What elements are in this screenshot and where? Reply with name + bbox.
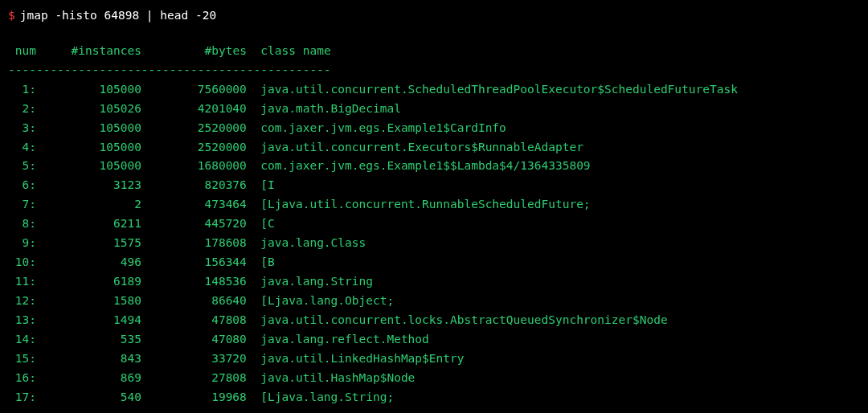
- table-row: 1: 105000 7560000 java.util.concurrent.S…: [8, 80, 860, 100]
- cell-class-name: java.util.concurrent.locks.AbstractQueue…: [247, 313, 668, 326]
- table-row: 5: 105000 1680000 com.jaxer.jvm.egs.Exam…: [8, 157, 860, 176]
- prompt-symbol: $: [8, 9, 15, 22]
- table-row: 15: 843 33720 java.util.LinkedHashMap$En…: [8, 350, 860, 369]
- cell-instances: 105000: [36, 159, 141, 172]
- cell-instances: 2: [36, 198, 141, 211]
- table-row: 14: 535 47080 java.lang.reflect.Method: [8, 330, 860, 350]
- cell-num: 12:: [8, 294, 36, 307]
- cell-instances: 843: [36, 352, 141, 365]
- cell-class-name: java.lang.Class: [247, 236, 366, 249]
- cell-instances: 105000: [36, 121, 141, 134]
- cell-bytes: 2520000: [141, 121, 247, 134]
- header-num: num: [15, 44, 36, 57]
- table-row: 12: 1580 86640 [Ljava.lang.Object;: [8, 292, 860, 311]
- cell-instances: 105026: [36, 102, 141, 115]
- table-row: 3: 105000 2520000 com.jaxer.jvm.egs.Exam…: [8, 119, 860, 138]
- cell-class-name: java.util.concurrent.ScheduledThreadPool…: [247, 83, 738, 96]
- cell-bytes: 27808: [141, 371, 247, 384]
- header-class-name: class name: [260, 44, 330, 57]
- cell-num: 7:: [8, 198, 36, 211]
- cell-bytes: 473464: [141, 198, 247, 211]
- cell-num: 8:: [8, 217, 36, 230]
- cell-bytes: 156344: [141, 256, 247, 268]
- table-row: 10: 496 156344 [B: [8, 253, 860, 272]
- cell-bytes: 19968: [141, 391, 247, 403]
- cell-bytes: 178608: [141, 236, 247, 249]
- cell-instances: 105000: [36, 83, 141, 96]
- command-line[interactable]: $jmap -histo 64898 | head -20: [8, 6, 860, 26]
- cell-bytes: 445720: [141, 217, 247, 230]
- cell-num: 10:: [8, 256, 36, 268]
- command-text: jmap -histo 64898 | head -20: [20, 9, 216, 22]
- cell-bytes: 148536: [141, 275, 247, 288]
- table-row: 2: 105026 4201040 java.math.BigDecimal: [8, 100, 860, 119]
- cell-class-name: com.jaxer.jvm.egs.Example1$CardInfo: [247, 121, 506, 134]
- cell-num: 5:: [8, 159, 36, 172]
- cell-class-name: java.util.concurrent.Executors$RunnableA…: [247, 141, 583, 153]
- cell-num: 1:: [8, 83, 36, 96]
- cell-instances: 540: [36, 391, 141, 403]
- header-bytes: #bytes: [204, 44, 246, 57]
- cell-class-name: [Ljava.lang.String;: [247, 391, 394, 403]
- cell-num: 15:: [8, 352, 36, 365]
- table-header: num #instances #bytes class name: [8, 42, 860, 61]
- cell-instances: 6211: [36, 217, 141, 230]
- cell-num: 9:: [8, 236, 36, 249]
- cell-num: 3:: [8, 121, 36, 134]
- cell-class-name: [C: [247, 217, 275, 230]
- header-instances: #instances: [72, 44, 141, 57]
- cell-class-name: com.jaxer.jvm.egs.Example1$$Lambda$4/136…: [247, 159, 591, 172]
- cell-class-name: java.util.HashMap$Node: [247, 371, 416, 384]
- cell-bytes: 1680000: [141, 159, 247, 172]
- cell-instances: 496: [36, 256, 141, 268]
- cell-class-name: [B: [247, 256, 275, 268]
- table-row: 6: 3123 820376 [I: [8, 176, 860, 195]
- table-row: 13: 1494 47808 java.util.concurrent.lock…: [8, 311, 860, 330]
- cell-num: 11:: [8, 275, 36, 288]
- cell-num: 17:: [8, 391, 36, 403]
- cell-num: 13:: [8, 313, 36, 326]
- table-row: 11: 6189 148536 java.lang.String: [8, 272, 860, 292]
- table-row: 8: 6211 445720 [C: [8, 215, 860, 234]
- cell-bytes: 2520000: [141, 141, 247, 153]
- cell-instances: 105000: [36, 141, 141, 153]
- table-row: 7: 2 473464 [Ljava.util.concurrent.Runna…: [8, 195, 860, 215]
- table-row: 17: 540 19968 [Ljava.lang.String;: [8, 388, 860, 407]
- cell-bytes: 820376: [141, 178, 247, 191]
- cell-instances: 3123: [36, 178, 141, 191]
- divider: ----------------------------------------…: [8, 61, 860, 80]
- cell-class-name: java.lang.String: [247, 275, 373, 288]
- cell-class-name: [I: [247, 178, 275, 191]
- cell-class-name: [Ljava.util.concurrent.RunnableScheduled…: [247, 198, 591, 211]
- cell-num: 2:: [8, 102, 36, 115]
- cell-class-name: java.util.LinkedHashMap$Entry: [247, 352, 465, 365]
- cell-instances: 1494: [36, 313, 141, 326]
- cell-bytes: 47808: [141, 313, 247, 326]
- cell-bytes: 7560000: [141, 83, 247, 96]
- cell-num: 6:: [8, 178, 36, 191]
- cell-bytes: 4201040: [141, 102, 247, 115]
- cell-class-name: java.lang.reflect.Method: [247, 333, 429, 346]
- rows-container: 1: 105000 7560000 java.util.concurrent.S…: [8, 80, 860, 407]
- cell-instances: 6189: [36, 275, 141, 288]
- cell-num: 4:: [8, 141, 36, 153]
- cell-instances: 535: [36, 333, 141, 346]
- cell-num: 16:: [8, 371, 36, 384]
- cell-class-name: java.math.BigDecimal: [247, 102, 401, 115]
- table-row: 4: 105000 2520000 java.util.concurrent.E…: [8, 138, 860, 157]
- cell-instances: 1580: [36, 294, 141, 307]
- cell-instances: 1575: [36, 236, 141, 249]
- table-row: 16: 869 27808 java.util.HashMap$Node: [8, 369, 860, 388]
- cell-num: 14:: [8, 333, 36, 346]
- cell-bytes: 86640: [141, 294, 247, 307]
- cell-bytes: 33720: [141, 352, 247, 365]
- table-row: 9: 1575 178608 java.lang.Class: [8, 234, 860, 253]
- cell-instances: 869: [36, 371, 141, 384]
- cell-bytes: 47080: [141, 333, 247, 346]
- cell-class-name: [Ljava.lang.Object;: [247, 294, 394, 307]
